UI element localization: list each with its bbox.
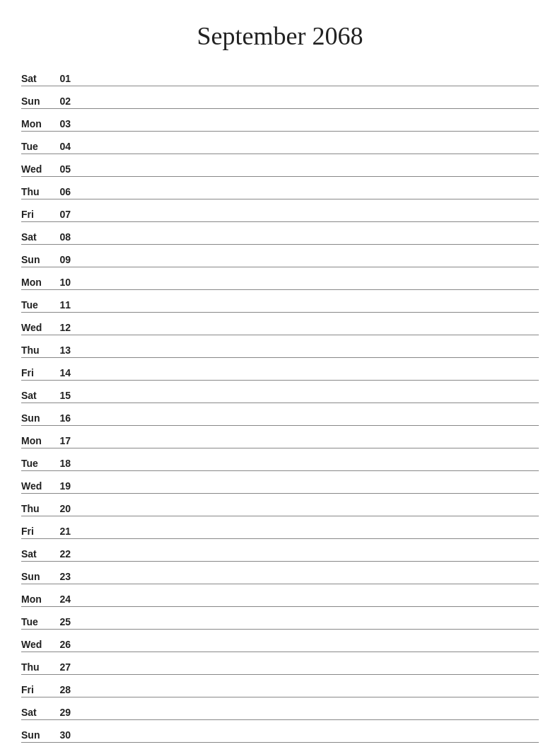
- calendar-row: Sun09: [21, 245, 539, 267]
- day-name: Tue: [21, 458, 51, 469]
- day-name: Wed: [21, 322, 51, 333]
- day-name: Sun: [21, 412, 51, 424]
- day-number: 18: [51, 458, 71, 469]
- day-name: Wed: [21, 163, 51, 175]
- day-number: 09: [51, 254, 71, 265]
- day-name: Mon: [21, 118, 51, 129]
- calendar-row: Mon17: [21, 426, 539, 448]
- calendar-row: Mon03: [21, 109, 539, 132]
- calendar-row: Fri07: [21, 199, 539, 222]
- calendar-row: Sun02: [21, 86, 539, 109]
- calendar-row: Fri14: [21, 358, 539, 381]
- day-name: Fri: [21, 684, 51, 695]
- day-number: 04: [51, 141, 71, 152]
- day-name: Sat: [21, 390, 51, 401]
- day-number: 07: [51, 209, 71, 220]
- calendar-row: Sun23: [21, 562, 539, 584]
- calendar-row: Sat29: [21, 697, 539, 720]
- day-name: Thu: [21, 503, 51, 514]
- calendar-row: Wed12: [21, 313, 539, 335]
- day-number: 16: [51, 412, 71, 424]
- calendar-row: Sat08: [21, 222, 539, 245]
- calendar-row: Sat01: [21, 64, 539, 86]
- day-name: Sat: [21, 73, 51, 84]
- calendar-row: Wed26: [21, 630, 539, 652]
- day-number: 14: [51, 367, 71, 378]
- day-name: Mon: [21, 593, 51, 605]
- day-name: Mon: [21, 277, 51, 288]
- day-number: 10: [51, 277, 71, 288]
- day-number: 03: [51, 118, 71, 129]
- day-name: Wed: [21, 480, 51, 492]
- day-name: Sun: [21, 571, 51, 582]
- day-number: 23: [51, 571, 71, 582]
- day-number: 28: [51, 684, 71, 695]
- day-number: 17: [51, 435, 71, 446]
- day-name: Sun: [21, 729, 51, 741]
- calendar-row: Mon10: [21, 267, 539, 290]
- day-name: Tue: [21, 299, 51, 311]
- calendar-row: Thu13: [21, 335, 539, 358]
- day-number: 02: [51, 95, 71, 107]
- day-name: Thu: [21, 661, 51, 673]
- day-number: 30: [51, 729, 71, 741]
- day-name: Fri: [21, 526, 51, 537]
- calendar-rows: Sat01Sun02Mon03Tue04Wed05Thu06Fri07Sat08…: [21, 64, 539, 743]
- page-title: September 2068: [21, 21, 539, 51]
- calendar-row: Fri21: [21, 516, 539, 539]
- calendar-row: Thu20: [21, 494, 539, 516]
- day-name: Wed: [21, 639, 51, 650]
- day-number: 15: [51, 390, 71, 401]
- day-name: Sun: [21, 254, 51, 265]
- calendar-row: Tue25: [21, 607, 539, 630]
- calendar-row: Sun30: [21, 720, 539, 743]
- day-number: 24: [51, 593, 71, 605]
- calendar-row: Thu27: [21, 652, 539, 675]
- day-number: 05: [51, 163, 71, 175]
- day-name: Tue: [21, 141, 51, 152]
- day-name: Mon: [21, 435, 51, 446]
- calendar-row: Tue11: [21, 290, 539, 313]
- day-number: 29: [51, 707, 71, 718]
- day-name: Thu: [21, 186, 51, 197]
- day-name: Sat: [21, 231, 51, 243]
- day-number: 12: [51, 322, 71, 333]
- day-number: 01: [51, 73, 71, 84]
- day-number: 06: [51, 186, 71, 197]
- day-number: 19: [51, 480, 71, 492]
- day-number: 08: [51, 231, 71, 243]
- calendar-row: Sun16: [21, 403, 539, 426]
- day-number: 13: [51, 344, 71, 356]
- day-number: 26: [51, 639, 71, 650]
- calendar-row: Tue18: [21, 448, 539, 471]
- day-name: Thu: [21, 344, 51, 356]
- day-number: 20: [51, 503, 71, 514]
- day-name: Tue: [21, 616, 51, 627]
- day-number: 25: [51, 616, 71, 627]
- calendar-row: Thu06: [21, 177, 539, 199]
- day-name: Fri: [21, 367, 51, 378]
- calendar-row: Mon24: [21, 584, 539, 607]
- day-number: 21: [51, 526, 71, 537]
- day-number: 22: [51, 548, 71, 560]
- calendar-row: Fri28: [21, 675, 539, 697]
- calendar-row: Wed19: [21, 471, 539, 494]
- day-name: Sat: [21, 548, 51, 560]
- calendar-row: Wed05: [21, 154, 539, 177]
- day-number: 11: [51, 299, 71, 311]
- calendar-row: Sat22: [21, 539, 539, 562]
- calendar-row: Sat15: [21, 381, 539, 403]
- day-number: 27: [51, 661, 71, 673]
- day-name: Sun: [21, 95, 51, 107]
- calendar-row: Tue04: [21, 132, 539, 154]
- day-name: Sat: [21, 707, 51, 718]
- page: September 2068 Sat01Sun02Mon03Tue04Wed05…: [0, 0, 560, 747]
- day-name: Fri: [21, 209, 51, 220]
